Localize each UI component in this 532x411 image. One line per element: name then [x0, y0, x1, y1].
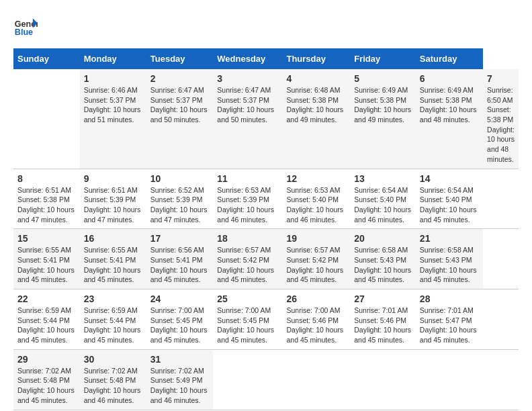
day-info: Sunrise: 6:58 AMSunset: 5:43 PMDaylight:…: [354, 246, 411, 283]
day-info: Sunrise: 6:56 AMSunset: 5:41 PMDaylight:…: [150, 246, 208, 283]
svg-text:Blue: Blue: [15, 28, 33, 37]
calendar-cell: 20 Sunrise: 6:58 AMSunset: 5:43 PMDaylig…: [350, 229, 416, 289]
calendar-cell: 26 Sunrise: 7:00 AMSunset: 5:46 PMDaylig…: [282, 289, 350, 350]
calendar-cell: 24 Sunrise: 7:00 AMSunset: 5:45 PMDaylig…: [146, 289, 214, 350]
page-header: General Blue: [13, 13, 519, 38]
calendar-cell: 13 Sunrise: 6:54 AMSunset: 5:40 PMDaylig…: [350, 169, 416, 229]
day-info: Sunrise: 7:01 AMSunset: 5:46 PMDaylight:…: [354, 306, 411, 344]
day-number: 12: [286, 173, 346, 184]
day-number: 1: [84, 73, 142, 84]
day-number: 26: [286, 293, 346, 304]
calendar-cell: 21 Sunrise: 6:58 AMSunset: 5:43 PMDaylig…: [416, 229, 483, 289]
day-info: Sunrise: 6:55 AMSunset: 5:41 PMDaylight:…: [17, 246, 75, 283]
calendar-week-row: 15 Sunrise: 6:55 AMSunset: 5:41 PMDaylig…: [13, 229, 519, 289]
calendar-cell: 6 Sunrise: 6:49 AMSunset: 5:38 PMDayligh…: [416, 69, 483, 169]
day-info: Sunrise: 6:53 AMSunset: 5:40 PMDaylight:…: [286, 186, 343, 224]
day-number: 28: [420, 293, 479, 304]
day-info: Sunrise: 7:02 AMSunset: 5:48 PMDaylight:…: [17, 367, 75, 404]
day-info: Sunrise: 6:54 AMSunset: 5:40 PMDaylight:…: [420, 186, 477, 224]
calendar-cell: 22 Sunrise: 6:59 AMSunset: 5:44 PMDaylig…: [13, 289, 80, 350]
day-number: 2: [150, 73, 210, 84]
calendar-cell: 19 Sunrise: 6:57 AMSunset: 5:42 PMDaylig…: [282, 229, 350, 289]
day-number: 17: [150, 233, 210, 244]
day-number: 23: [84, 293, 142, 304]
column-header-monday: Monday: [80, 48, 146, 69]
column-header-tuesday: Tuesday: [146, 48, 214, 69]
day-info: Sunrise: 6:51 AMSunset: 5:38 PMDaylight:…: [17, 186, 75, 224]
calendar-cell: 11 Sunrise: 6:53 AMSunset: 5:39 PMDaylig…: [213, 169, 282, 229]
day-number: 22: [17, 293, 76, 304]
day-info: Sunrise: 6:54 AMSunset: 5:40 PMDaylight:…: [354, 186, 411, 224]
calendar-table: SundayMondayTuesdayWednesdayThursdayFrid…: [13, 48, 519, 410]
day-info: Sunrise: 6:50 AMSunset: 5:38 PMDaylight:…: [487, 86, 515, 163]
day-number: 19: [286, 233, 346, 244]
calendar-cell: 14 Sunrise: 6:54 AMSunset: 5:40 PMDaylig…: [416, 169, 483, 229]
day-info: Sunrise: 7:01 AMSunset: 5:47 PMDaylight:…: [420, 306, 477, 344]
calendar-cell: 27 Sunrise: 7:01 AMSunset: 5:46 PMDaylig…: [350, 289, 416, 350]
day-info: Sunrise: 6:51 AMSunset: 5:39 PMDaylight:…: [84, 186, 141, 224]
column-header-sunday: Sunday: [13, 48, 80, 69]
day-number: 16: [84, 233, 142, 244]
day-info: Sunrise: 6:52 AMSunset: 5:39 PMDaylight:…: [150, 186, 208, 224]
calendar-cell: 10 Sunrise: 6:52 AMSunset: 5:39 PMDaylig…: [146, 169, 214, 229]
calendar-cell: 3 Sunrise: 6:47 AMSunset: 5:37 PMDayligh…: [213, 69, 282, 169]
day-info: Sunrise: 6:47 AMSunset: 5:37 PMDaylight:…: [150, 86, 208, 124]
calendar-cell: 25 Sunrise: 7:00 AMSunset: 5:45 PMDaylig…: [213, 289, 282, 350]
logo: General Blue: [13, 13, 38, 38]
calendar-cell: 2 Sunrise: 6:47 AMSunset: 5:37 PMDayligh…: [146, 69, 214, 169]
calendar-cell: 8 Sunrise: 6:51 AMSunset: 5:38 PMDayligh…: [13, 169, 80, 229]
calendar-cell: 15 Sunrise: 6:55 AMSunset: 5:41 PMDaylig…: [13, 229, 80, 289]
calendar-week-row: 29 Sunrise: 7:02 AMSunset: 5:48 PMDaylig…: [13, 349, 519, 410]
day-number: 13: [354, 173, 412, 184]
day-number: 9: [84, 173, 142, 184]
day-info: Sunrise: 7:00 AMSunset: 5:45 PMDaylight:…: [217, 306, 274, 344]
calendar-cell: 16 Sunrise: 6:55 AMSunset: 5:41 PMDaylig…: [80, 229, 146, 289]
column-header-friday: Friday: [350, 48, 416, 69]
calendar-cell: 28 Sunrise: 7:01 AMSunset: 5:47 PMDaylig…: [416, 289, 483, 350]
column-header-thursday: Thursday: [282, 48, 350, 69]
day-number: 3: [217, 73, 278, 84]
day-info: Sunrise: 6:58 AMSunset: 5:43 PMDaylight:…: [420, 246, 477, 283]
day-number: 6: [420, 73, 479, 84]
day-info: Sunrise: 6:47 AMSunset: 5:37 PMDaylight:…: [217, 86, 274, 124]
calendar-cell: 12 Sunrise: 6:53 AMSunset: 5:40 PMDaylig…: [282, 169, 350, 229]
calendar-header-row: SundayMondayTuesdayWednesdayThursdayFrid…: [13, 48, 519, 69]
day-info: Sunrise: 6:49 AMSunset: 5:38 PMDaylight:…: [420, 86, 477, 124]
day-info: Sunrise: 7:02 AMSunset: 5:49 PMDaylight:…: [150, 367, 208, 404]
day-info: Sunrise: 7:02 AMSunset: 5:48 PMDaylight:…: [84, 367, 141, 404]
day-number: 27: [354, 293, 412, 304]
day-number: 14: [420, 173, 479, 184]
day-number: 29: [17, 354, 76, 365]
day-number: 24: [150, 293, 210, 304]
day-number: 30: [84, 354, 142, 365]
calendar-cell-empty: [13, 69, 80, 169]
calendar-week-row: 22 Sunrise: 6:59 AMSunset: 5:44 PMDaylig…: [13, 289, 519, 350]
day-info: Sunrise: 7:00 AMSunset: 5:45 PMDaylight:…: [150, 306, 208, 344]
calendar-cell: 17 Sunrise: 6:56 AMSunset: 5:41 PMDaylig…: [146, 229, 214, 289]
day-info: Sunrise: 6:57 AMSunset: 5:42 PMDaylight:…: [217, 246, 274, 283]
calendar-cell: 31 Sunrise: 7:02 AMSunset: 5:49 PMDaylig…: [146, 349, 214, 410]
day-number: 11: [217, 173, 278, 184]
day-number: 4: [286, 73, 346, 84]
logo-icon: General Blue: [13, 13, 38, 38]
day-info: Sunrise: 6:59 AMSunset: 5:44 PMDaylight:…: [17, 306, 75, 344]
day-info: Sunrise: 6:55 AMSunset: 5:41 PMDaylight:…: [84, 246, 141, 283]
day-info: Sunrise: 6:59 AMSunset: 5:44 PMDaylight:…: [84, 306, 141, 344]
calendar-week-row: 1 Sunrise: 6:46 AMSunset: 5:37 PMDayligh…: [13, 69, 519, 169]
calendar-cell: 1 Sunrise: 6:46 AMSunset: 5:37 PMDayligh…: [80, 69, 146, 169]
column-header-wednesday: Wednesday: [213, 48, 282, 69]
calendar-cell: [350, 349, 416, 410]
day-number: 18: [217, 233, 278, 244]
day-number: 25: [217, 293, 278, 304]
day-number: 20: [354, 233, 412, 244]
day-info: Sunrise: 6:48 AMSunset: 5:38 PMDaylight:…: [286, 86, 343, 124]
day-number: 8: [17, 173, 76, 184]
day-number: 15: [17, 233, 76, 244]
calendar-cell: [213, 349, 282, 410]
calendar-cell: [282, 349, 350, 410]
day-info: Sunrise: 7:00 AMSunset: 5:46 PMDaylight:…: [286, 306, 343, 344]
day-info: Sunrise: 6:49 AMSunset: 5:38 PMDaylight:…: [354, 86, 411, 124]
calendar-cell: 30 Sunrise: 7:02 AMSunset: 5:48 PMDaylig…: [80, 349, 146, 410]
column-header-saturday: Saturday: [416, 48, 483, 69]
calendar-cell: [416, 349, 483, 410]
